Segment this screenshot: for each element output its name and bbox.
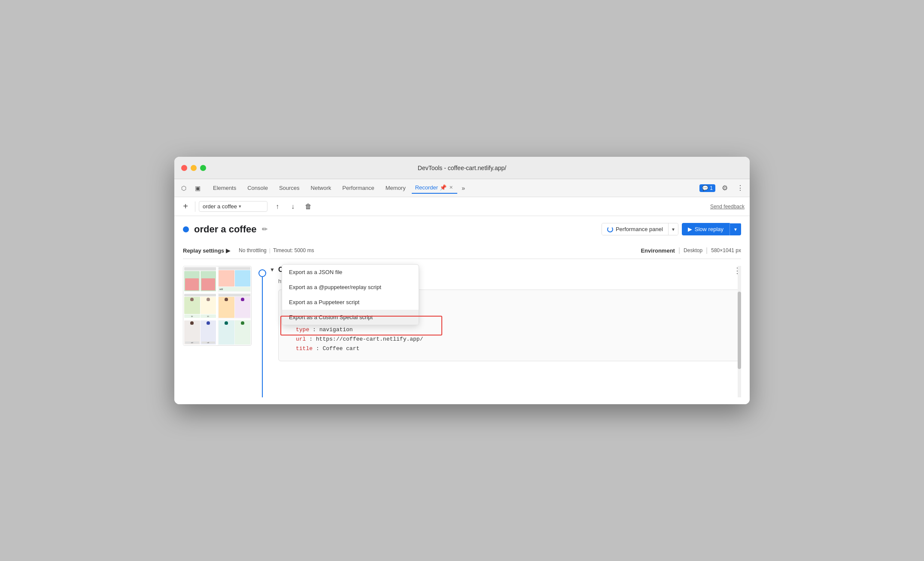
tab-elements[interactable]: Elements	[208, 183, 241, 193]
more-options-icon[interactable]: ⋮	[734, 182, 746, 194]
delete-button[interactable]: 🗑	[302, 200, 315, 213]
performance-panel-label: Performance panel	[616, 226, 663, 232]
code-value-4: : navigation	[313, 326, 353, 333]
slow-replay-button[interactable]: ▶ Slow replay ▾	[682, 223, 741, 235]
thumbnail-grid: add	[183, 266, 252, 346]
step-line	[262, 277, 263, 397]
send-feedback-link[interactable]: Send feedback	[710, 204, 745, 210]
thumbnail-panel: add	[183, 266, 252, 397]
replay-settings[interactable]: Replay settings ▶	[183, 247, 230, 254]
tab-console[interactable]: Console	[242, 183, 273, 193]
step-timeline	[258, 266, 266, 397]
minimize-button[interactable]	[191, 165, 197, 171]
scrollbar-track	[738, 266, 741, 397]
replay-settings-label: Replay settings	[183, 247, 224, 254]
thumb-cell-4	[218, 293, 251, 319]
slow-replay-label: Slow replay	[695, 226, 723, 232]
recording-name-label: order a coffee	[203, 203, 237, 210]
traffic-lights	[181, 165, 206, 171]
download-button[interactable]: ↓	[286, 200, 299, 213]
slow-replay-main[interactable]: ▶ Slow replay	[682, 223, 730, 235]
tab-more[interactable]: »	[460, 183, 467, 193]
environment-value: Desktop	[684, 247, 702, 253]
refresh-icon	[607, 226, 613, 232]
tab-performance[interactable]: Performance	[337, 183, 379, 193]
code-key-4: type	[296, 326, 309, 333]
tab-network[interactable]: Network	[306, 183, 337, 193]
tab-sources[interactable]: Sources	[274, 183, 305, 193]
export-puppeteer-item[interactable]: Export as a Puppeteer script	[282, 295, 419, 310]
window-title: DevTools - coffee-cart.netlify.app/	[418, 165, 506, 171]
environment-section: Environment | Desktop | 580×1041 px	[641, 247, 741, 254]
pin-icon: 📌	[440, 184, 447, 191]
step-circle	[258, 269, 266, 277]
close-button[interactable]	[181, 165, 187, 171]
chevron-down-icon: ▾	[239, 204, 241, 209]
export-dropdown: Export as a JSON file Export as a @puppe…	[282, 264, 419, 325]
scrollbar-thumb[interactable]	[738, 292, 741, 369]
throttling-label: No throttling	[239, 247, 267, 253]
chat-badge[interactable]: 💬 1	[699, 184, 715, 192]
settings-info: No throttling | Timeout: 5000 ms	[239, 247, 314, 253]
main-content: order a coffee ✏ Performance panel ▾ ▶ S…	[174, 216, 750, 404]
env-divider: |	[678, 247, 680, 254]
recording-header: order a coffee ✏ Performance panel ▾ ▶ S…	[183, 223, 741, 235]
tab-recorder-label: Recorder	[415, 184, 438, 191]
thumb-cell-6	[218, 320, 251, 345]
maximize-button[interactable]	[200, 165, 206, 171]
code-line-4: type : navigation	[286, 325, 734, 335]
settings-bar: Replay settings ▶ No throttling | Timeou…	[183, 242, 741, 259]
export-json-item[interactable]: Export as a JSON file	[282, 265, 419, 280]
add-recording-button[interactable]: +	[179, 201, 191, 213]
device-icon[interactable]: ▣	[191, 182, 204, 194]
recording-selector[interactable]: order a coffee ▾	[199, 201, 267, 212]
header-right: Performance panel ▾ ▶ Slow replay ▾	[602, 223, 741, 235]
performance-panel-button[interactable]: Performance panel ▾	[602, 223, 678, 235]
recorder-toolbar: + order a coffee ▾ ↑ ↓ 🗑 Send feedback	[174, 197, 750, 216]
upload-button[interactable]: ↑	[271, 200, 284, 213]
recording-title: order a coffee	[194, 224, 257, 235]
code-key-5: url	[296, 336, 306, 342]
slow-replay-dropdown-arrow[interactable]: ▾	[730, 223, 741, 235]
tab-nav-icons: ⬡ ▣	[178, 182, 204, 194]
performance-panel-dropdown-arrow[interactable]: ▾	[669, 224, 678, 235]
tabbar: ⬡ ▣ Elements Console Sources Network Per…	[174, 179, 750, 197]
play-icon: ▶	[688, 226, 692, 232]
code-key-6: title	[296, 345, 313, 352]
thumb-cell-1	[183, 266, 217, 292]
env-divider-2: |	[706, 247, 708, 254]
chat-icon: 💬	[702, 185, 708, 191]
steps-area: add	[183, 266, 741, 397]
toolbar-separator	[195, 201, 195, 212]
collapse-icon[interactable]: ▼	[270, 267, 275, 273]
thumb-cell-3: $4 $5	[183, 293, 217, 319]
export-custom-special-item[interactable]: Export as a Custom Special script	[282, 310, 419, 325]
settings-icon[interactable]: ⚙	[719, 182, 731, 194]
cursor-icon[interactable]: ⬡	[178, 182, 190, 194]
thumb-cell-5: add add	[183, 320, 217, 345]
tab-memory[interactable]: Memory	[380, 183, 411, 193]
performance-panel-main[interactable]: Performance panel	[602, 223, 669, 235]
thumb-cell-2: add	[218, 266, 251, 292]
toolbar-actions: ↑ ↓ 🗑	[271, 200, 315, 213]
code-value-5: : https://coffee-cart.netlify.app/	[309, 336, 423, 342]
export-puppeteer-replay-item[interactable]: Export as a @puppeteer/replay script	[282, 280, 419, 295]
record-dot	[183, 226, 189, 232]
resolution-value: 580×1041 px	[711, 247, 741, 253]
settings-divider: |	[269, 247, 271, 253]
tab-right-icons: 💬 1 ⚙ ⋮	[699, 182, 746, 194]
code-value-6: : Coffee cart	[316, 345, 359, 352]
tab-recorder[interactable]: Recorder 📌 ✕	[412, 182, 457, 194]
code-line-6: title : Coffee cart	[286, 344, 734, 354]
replay-settings-arrow: ▶	[226, 247, 230, 254]
tab-recorder-close[interactable]: ✕	[448, 184, 454, 191]
titlebar: DevTools - coffee-cart.netlify.app/	[174, 157, 750, 179]
devtools-window: DevTools - coffee-cart.netlify.app/ ⬡ ▣ …	[174, 157, 750, 404]
environment-label: Environment	[641, 247, 675, 254]
timeout-label: Timeout: 5000 ms	[273, 247, 314, 253]
code-line-5: url : https://coffee-cart.netlify.app/	[286, 335, 734, 344]
chat-count: 1	[710, 185, 713, 191]
edit-icon[interactable]: ✏	[262, 225, 267, 233]
